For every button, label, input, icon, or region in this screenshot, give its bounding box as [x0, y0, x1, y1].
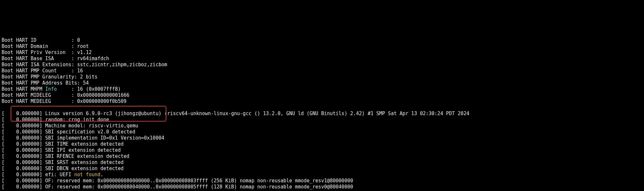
log-timestamp: 0.000000	[16, 147, 39, 153]
log-timestamp: 0.000000	[16, 129, 39, 135]
hart-label: Boot HART MHPM	[2, 86, 45, 92]
hart-label: Boot HART Base ISA	[2, 56, 71, 61]
log-message: SBI implementation ID=0x1 Version=0x1000…	[45, 135, 164, 141]
log-message: OF: reserved mem: 0x0000000080040000..0x…	[45, 184, 353, 190]
log-timestamp: 0.000000	[16, 159, 39, 165]
log-timestamp: 0.000000	[16, 117, 39, 123]
log-message: SBI TIME extension detected	[45, 141, 124, 147]
hart-value: sstc,zicntr,zihpm,zicboz,zicbom	[77, 62, 167, 68]
hart-value: rv64imafdch	[77, 56, 109, 61]
hart-value: 0x0000000000001666	[77, 92, 130, 98]
hart-value: root	[77, 43, 89, 49]
hart-value: 0x000000000f0b509	[77, 98, 127, 104]
log-warning: not found	[74, 172, 100, 177]
hart-value: 0	[77, 37, 80, 43]
hart-label: Boot HART PMP Granularity	[2, 74, 74, 80]
hart-label: Boot HART ID	[2, 37, 71, 43]
log-timestamp: 0.000000	[16, 141, 39, 147]
log-timestamp: 0.000000	[16, 166, 39, 171]
log-message: Machine model: riscv-virtio,qemu	[45, 123, 138, 129]
log-timestamp: 0.000000	[16, 135, 39, 141]
hart-label: Boot HART MEDELEG	[2, 98, 71, 104]
log-timestamp: 0.000000	[16, 153, 39, 159]
hart-value: 54	[83, 80, 89, 86]
hart-label: Boot HART ISA Extensions	[2, 62, 71, 68]
log-message: SBI specification v2.0 detected	[45, 129, 135, 135]
log-timestamp: 0.000000	[16, 178, 39, 184]
log-message: Linux version 6.9.0-rc3 (jihongz@ubuntu)…	[45, 111, 469, 116]
hart-value: 16	[77, 68, 83, 74]
hart-label: Boot HART PMP Count	[2, 68, 71, 74]
terminal-output: Boot HART ID : 0 Boot HART Domain : root…	[0, 31, 644, 191]
log-message: SBI DBCN extension detected	[45, 166, 124, 171]
info-label: Info	[45, 86, 57, 92]
hart-label: Boot HART Priv Version	[2, 50, 71, 55]
log-message: random: crng init done	[45, 117, 109, 123]
log-timestamp: 0.000000	[16, 111, 39, 116]
hart-value: v1.12	[77, 50, 92, 55]
log-message: OF: reserved mem: 0x0000000080000000..0x…	[45, 178, 353, 184]
log-message: SBI SRST extension detected	[45, 159, 124, 165]
log-message: SBI RFENCE extension detected	[45, 153, 129, 159]
hart-value: 2 bits	[80, 74, 97, 80]
log-timestamp: 0.000000	[16, 184, 39, 190]
hart-label: Boot HART PMP Address Bits	[2, 80, 77, 86]
hart-label: Boot HART Domain	[2, 43, 71, 49]
log-timestamp: 0.000000	[16, 123, 39, 129]
hart-value: 16 (0x0007fff8)	[77, 86, 121, 92]
hart-label: Boot HART MIDELEG	[2, 92, 71, 98]
log-timestamp: 0.000000	[16, 172, 39, 177]
log-message: efi: UEFI	[45, 172, 74, 177]
log-message: SBI IPI extension detected	[45, 147, 121, 153]
